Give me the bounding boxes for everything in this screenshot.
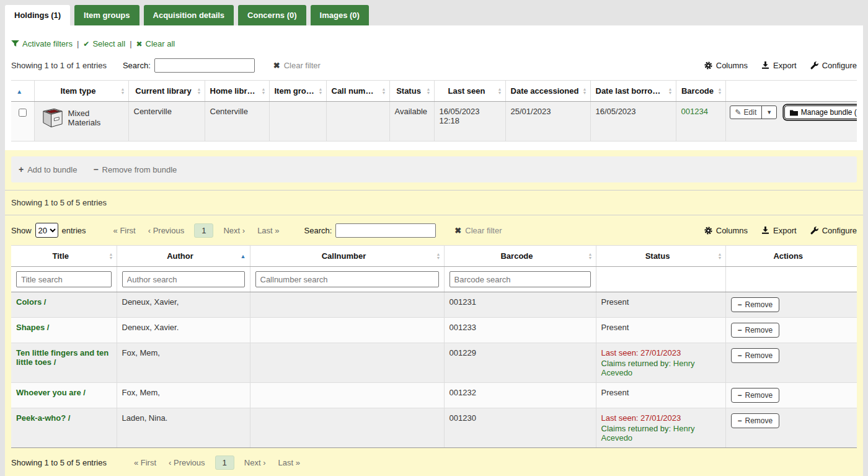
holdings-header-date-last-borrowed[interactable]: Date last borrowed▲▼ <box>590 81 676 102</box>
next-page-button[interactable]: Next › <box>238 456 272 470</box>
previous-page-button[interactable]: ‹ Previous <box>142 223 191 238</box>
status-claims: Claims returned by: Henry Acevedo <box>601 424 720 442</box>
holdings-header-item-group[interactable]: Item group▲▼ <box>269 81 326 102</box>
holdings-clear-filter[interactable]: ✖ Clear filter <box>273 61 321 70</box>
current-page-button[interactable]: 1 <box>194 223 213 238</box>
holdings-header-last-seen[interactable]: Last seen▲▼ <box>434 81 505 102</box>
holdings-header-current-library[interactable]: Current library▲▼ <box>128 81 205 102</box>
show-label: Show <box>11 226 32 235</box>
sort-icon: ▲▼ <box>668 87 673 95</box>
remove-button[interactable]: − Remove <box>731 388 780 403</box>
remove-button[interactable]: − Remove <box>731 297 780 312</box>
bundle-cell-author: Deneux, Xavier. <box>117 318 250 343</box>
edit-dropdown-toggle[interactable]: ▼ <box>761 106 776 119</box>
holdings-header-date-accessioned[interactable]: Date accessioned▲▼ <box>505 81 590 102</box>
holdings-cell-select <box>11 102 34 141</box>
bundle-cell-callnumber <box>250 408 444 448</box>
bundle-cell-title: Ten little fingers and ten little toes / <box>11 343 117 383</box>
remove-from-bundle-button[interactable]: − Remove from bundle <box>93 164 177 174</box>
divider <box>5 190 863 191</box>
remove-button[interactable]: − Remove <box>731 348 780 363</box>
select-all-link[interactable]: ✔ Select all <box>83 39 125 48</box>
gear-icon <box>704 61 712 70</box>
check-icon: ✔ <box>83 40 89 48</box>
patron-link[interactable]: Henry Acevedo <box>601 424 695 442</box>
activate-filters-link[interactable]: Activate filters <box>11 39 73 48</box>
tab-concerns[interactable]: Concerns (0) <box>238 5 306 25</box>
patron-link[interactable]: Henry Acevedo <box>601 359 695 377</box>
filter-links-row: Activate filters | ✔ Select all | ✖ Clea… <box>11 39 857 48</box>
callnumber-filter-input[interactable] <box>255 271 439 287</box>
bundle-header-callnumber[interactable]: Callnumber▲▼ <box>250 246 444 267</box>
bundle-clear-filter[interactable]: ✖ Clear filter <box>454 226 502 235</box>
next-page-button[interactable]: Next › <box>217 223 251 238</box>
column-label: Title <box>53 251 69 261</box>
bundle-header-author[interactable]: Author▲ <box>117 246 250 267</box>
holdings-header-actions <box>725 81 857 102</box>
remove-button[interactable]: − Remove <box>731 323 780 338</box>
holdings-header-sort[interactable]: ▲ <box>11 81 34 102</box>
holdings-header-barcode[interactable]: Barcode▲▼ <box>676 81 725 102</box>
tab-holdings[interactable]: Holdings (1) <box>5 5 70 25</box>
title-link[interactable]: Colors / <box>16 297 46 307</box>
last-page-button[interactable]: Last » <box>251 223 285 238</box>
bundle-search-input[interactable] <box>335 223 436 238</box>
bundle-cell-status: Present <box>596 318 725 343</box>
export-button[interactable]: Export <box>761 61 797 70</box>
barcode-link[interactable]: 001234 <box>681 107 708 116</box>
title-link[interactable]: Whoever you are / <box>16 388 86 397</box>
column-label: Author <box>167 251 193 261</box>
columns-button[interactable]: Columns <box>704 61 748 70</box>
holdings-header-home-library[interactable]: Home library▲▼ <box>205 81 269 102</box>
holdings-header-call-number[interactable]: Call number▲▼ <box>326 81 389 102</box>
bundle-header-status[interactable]: Status▲▼ <box>596 246 725 267</box>
title-link[interactable]: Ten little fingers and ten little toes / <box>16 348 108 367</box>
status-last-seen: Last seen: 27/01/2023 <box>601 413 720 423</box>
bundle-cell-callnumber <box>250 343 444 383</box>
configure-button[interactable]: Configure <box>810 61 857 70</box>
export-button[interactable]: Export <box>761 226 797 235</box>
bundle-cell-actions: − Remove <box>725 408 857 448</box>
last-page-button[interactable]: Last » <box>272 456 306 470</box>
add-to-bundle-button[interactable]: + Add to bundle <box>19 164 77 174</box>
current-page-button[interactable]: 1 <box>215 456 234 470</box>
page-size-select[interactable]: 20 <box>35 223 58 238</box>
first-page-button[interactable]: « First <box>107 223 142 238</box>
holdings-search-input[interactable] <box>154 58 255 73</box>
column-label: Actions <box>773 251 803 261</box>
bundle-filter-row <box>11 267 857 292</box>
download-icon <box>761 227 769 235</box>
bundle-header-title[interactable]: Title▲▼ <box>11 246 117 267</box>
column-label: Last seen <box>448 86 485 96</box>
title-link[interactable]: Peek-a-who? / <box>16 413 70 423</box>
row-checkbox[interactable] <box>19 109 27 117</box>
tab-acquisition-details[interactable]: Acquisition details <box>144 5 234 25</box>
holdings-header-item-type[interactable]: Item type▲▼ <box>34 81 128 102</box>
holdings-header-status[interactable]: Status▲▼ <box>389 81 434 102</box>
remove-button[interactable]: − Remove <box>731 413 780 428</box>
barcode-filter-input[interactable] <box>450 271 591 287</box>
sort-asc-icon: ▲ <box>241 253 246 259</box>
bundle-row: Shapes /Deneux, Xavier.001233Present− Re… <box>11 318 857 343</box>
minus-icon: − <box>93 164 98 174</box>
first-page-button[interactable]: « First <box>128 456 162 470</box>
minus-icon: − <box>738 351 742 360</box>
minus-icon: − <box>738 416 742 425</box>
column-label: Item type <box>60 86 95 96</box>
tab-item-groups[interactable]: Item groups <box>74 5 139 25</box>
title-filter-input[interactable] <box>16 271 112 287</box>
column-label: Current library <box>135 86 191 96</box>
bundle-header-actions: Actions <box>725 246 857 267</box>
columns-button[interactable]: Columns <box>704 226 748 235</box>
clear-all-link[interactable]: ✖ Clear all <box>136 39 175 48</box>
title-link[interactable]: Shapes / <box>16 323 49 332</box>
configure-button[interactable]: Configure <box>810 226 857 235</box>
filter-cell-barcode <box>444 267 596 292</box>
author-filter-input[interactable] <box>122 271 245 287</box>
bundle-header-barcode[interactable]: Barcode▲▼ <box>444 246 596 267</box>
previous-page-button[interactable]: ‹ Previous <box>162 456 211 470</box>
bundle-cell-title: Shapes / <box>11 318 117 343</box>
edit-button[interactable]: ✎ Edit <box>730 106 762 119</box>
tab-images[interactable]: Images (0) <box>311 5 369 25</box>
manage-bundle-button[interactable]: Manage bundle (2|3) <box>784 106 857 119</box>
